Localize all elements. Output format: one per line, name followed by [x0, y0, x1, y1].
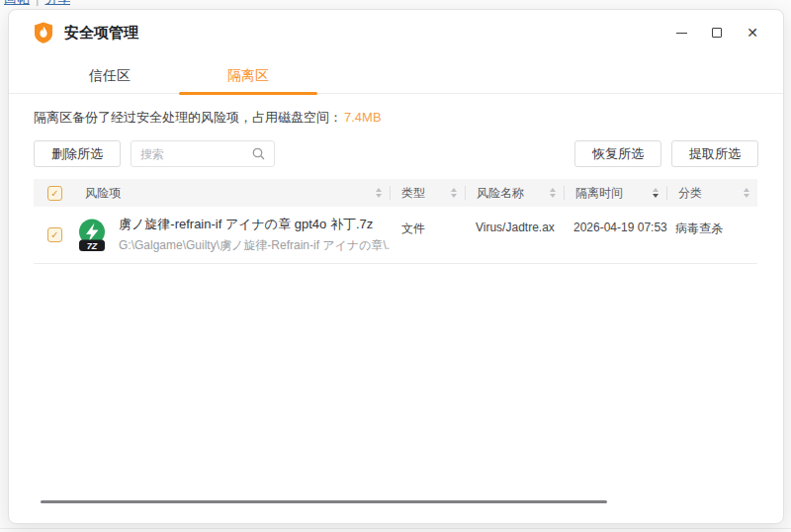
file-meta: 虜ノ旋律-refrain-if アイナの章 gpt4o 补丁.7z G:\Gal…: [119, 216, 390, 254]
cell-risk-name: Virus/Jadtre.ax: [464, 207, 562, 263]
extract-selected-button[interactable]: 提取所选: [671, 140, 758, 167]
cell-quarantine-time: 2026-04-19 07:53: [562, 207, 663, 263]
7z-archive-file-icon: 7Z: [75, 218, 109, 253]
sort-risk-item[interactable]: [376, 188, 382, 198]
search-icon: [252, 147, 265, 160]
maximize-icon: [712, 28, 722, 38]
header-label: 风险名称: [477, 185, 524, 202]
row-checkbox[interactable]: ✓: [47, 227, 62, 242]
tab-quarantine-zone[interactable]: 隔离区: [179, 59, 317, 93]
7z-badge-label: 7Z: [87, 240, 98, 250]
background-link-share[interactable]: 分享: [44, 0, 70, 6]
close-icon: ✕: [747, 26, 758, 40]
background-page-links: 回帖|分享: [4, 0, 70, 7]
titlebar: 安全项管理 ✕: [9, 10, 783, 55]
minimize-button[interactable]: [666, 18, 696, 47]
search-box: [131, 140, 275, 167]
header-risk-name: 风险名称: [466, 179, 564, 207]
header-label: 分类: [678, 185, 702, 202]
sort-quarantine-time[interactable]: [653, 188, 659, 198]
toolbar: 删除所选 恢复所选 提取所选: [34, 140, 758, 167]
select-all-checkbox[interactable]: ✓: [47, 186, 62, 201]
search-input[interactable]: [140, 147, 248, 161]
disk-usage-value: 7.4MB: [344, 110, 382, 125]
security-items-window: 安全项管理 ✕ 信任区 隔离区 隔离区备份了经过安全处理的风险项，占用磁盘空间：…: [8, 9, 784, 524]
maximize-button[interactable]: [702, 18, 732, 47]
sort-risk-name[interactable]: [550, 188, 556, 198]
header-type: 类型: [391, 179, 465, 207]
cell-category: 病毒查杀: [663, 207, 757, 263]
background-link-reply[interactable]: 回帖: [4, 0, 30, 6]
background-divider-line: [0, 528, 791, 529]
check-icon: ✓: [50, 188, 58, 199]
delete-selected-button[interactable]: 删除所选: [34, 140, 121, 167]
sort-category[interactable]: [744, 188, 749, 198]
sort-type[interactable]: [451, 188, 457, 198]
table-header-row: ✓ 风险项 类型 风险名称 隔离时间: [34, 179, 757, 207]
huorong-flame-logo-icon: [34, 22, 53, 44]
table-row[interactable]: ✓ 7Z 虜ノ旋律-refrain-if アイナの章 gpt4o 补丁.7z G…: [34, 207, 757, 264]
restore-selected-button[interactable]: 恢复所选: [574, 140, 661, 167]
cell-type: 文件: [390, 207, 464, 263]
quarantine-table: ✓ 风险项 类型 风险名称 隔离时间: [34, 179, 757, 264]
cell-risk-item: ✓ 7Z 虜ノ旋律-refrain-if アイナの章 gpt4o 补丁.7z G…: [34, 207, 390, 263]
window-title: 安全项管理: [64, 24, 138, 43]
header-label: 类型: [401, 185, 425, 202]
link-divider: |: [36, 0, 39, 6]
header-risk-item: ✓ 风险项: [34, 179, 390, 207]
tab-trust-zone[interactable]: 信任区: [41, 59, 179, 93]
close-button[interactable]: ✕: [738, 18, 767, 47]
horizontal-scrollbar-thumb[interactable]: [41, 500, 607, 503]
header-label: 风险项: [85, 185, 121, 202]
summary-text: 隔离区备份了经过安全处理的风险项，占用磁盘空间：: [34, 110, 342, 125]
screen: 回帖|分享 安全项管理 ✕ 信任区 隔离区 隔离区备份了经过安全处理的风险项，占…: [0, 0, 791, 532]
header-label: 隔离时间: [575, 185, 623, 202]
quarantine-summary: 隔离区备份了经过安全处理的风险项，占用磁盘空间：7.4MB: [34, 109, 758, 127]
header-category: 分类: [667, 179, 757, 207]
minimize-icon: [676, 33, 687, 34]
file-name: 虜ノ旋律-refrain-if アイナの章 gpt4o 补丁.7z: [119, 216, 390, 233]
check-icon: ✓: [50, 229, 58, 240]
file-path: G:\Galgame\Guilty\虜ノ旋律-Refrain-if アイナの章\…: [119, 237, 390, 254]
tab-bar: 信任区 隔离区: [9, 59, 783, 94]
header-quarantine-time: 隔离时间: [565, 179, 666, 207]
